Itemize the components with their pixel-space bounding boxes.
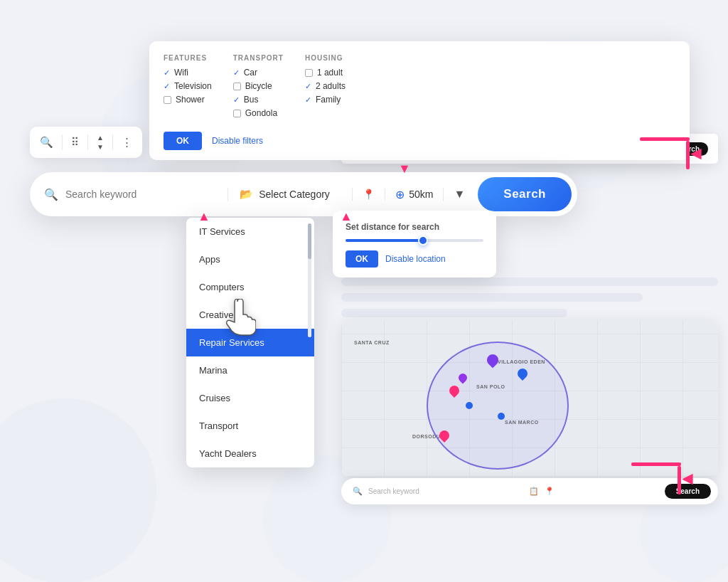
widget-arrows: ▲ ▼ bbox=[97, 134, 104, 151]
filter-section[interactable]: ▼ bbox=[444, 188, 475, 201]
widget-more-icon[interactable]: ⋮ bbox=[122, 136, 132, 149]
features-title: FEATURES bbox=[164, 54, 212, 62]
strip-1 bbox=[341, 277, 718, 286]
widget-down-icon[interactable]: ▼ bbox=[97, 143, 104, 151]
transport-bus: ✓ Bus bbox=[233, 95, 284, 105]
arrow-top-right: ◄ bbox=[640, 137, 705, 169]
check-car: ✓ bbox=[233, 68, 240, 78]
filter-disable-button[interactable]: Disable filters bbox=[212, 136, 263, 146]
filter-popup-panel: FEATURES ✓ Wifi ✓ Television Shower TRAN… bbox=[149, 41, 690, 160]
bottom-location-icon: 📍 bbox=[545, 487, 555, 496]
down-arrow-filter: ▼ bbox=[398, 162, 411, 175]
widget-divider-1 bbox=[62, 134, 63, 150]
widget-divider-3 bbox=[112, 134, 113, 150]
main-search-icon: 🔍 bbox=[44, 188, 58, 201]
tv-label: Television bbox=[174, 81, 212, 91]
map-label-santacruz: Santa Cruz bbox=[354, 340, 390, 345]
arrow-right-icon-bottom: ◄ bbox=[678, 467, 697, 490]
filter-col-housing: HOUSING 1 adult ✓ 2 adults ✓ Family bbox=[305, 54, 346, 122]
check-1adult[interactable] bbox=[305, 69, 313, 77]
map-pin-small-2 bbox=[498, 413, 505, 420]
compass-icon: ⊕ bbox=[395, 188, 405, 201]
check-2adults: ✓ bbox=[305, 82, 311, 91]
small-widget: 🔍 ⠿ ▲ ▼ ⋮ bbox=[30, 127, 142, 158]
transport-bicycle: Bicycle bbox=[233, 81, 284, 91]
dropdown-scrollbar-thumb[interactable] bbox=[308, 223, 311, 259]
housing-family: ✓ Family bbox=[305, 95, 346, 105]
2adults-label: 2 adults bbox=[316, 81, 346, 91]
transport-title: TRANSPORT bbox=[233, 54, 284, 62]
family-label: Family bbox=[316, 95, 341, 105]
distance-section[interactable]: ⊕ 50km bbox=[385, 188, 444, 201]
filter-actions: OK Disable filters bbox=[164, 132, 675, 150]
up-arrow-category: ▲ bbox=[198, 210, 210, 223]
bottom-filter-icon: 📋 bbox=[529, 487, 539, 496]
distance-ok-button[interactable]: OK bbox=[346, 250, 378, 268]
category-label: Select Category bbox=[259, 189, 330, 200]
location-section[interactable]: 📍 bbox=[353, 189, 385, 200]
category-folder-icon: 📂 bbox=[240, 188, 253, 201]
distance-popup-actions: OK Disable location bbox=[346, 250, 483, 268]
1adult-label: 1 adult bbox=[317, 68, 343, 78]
feature-shower: Shower bbox=[164, 95, 212, 105]
shower-label: Shower bbox=[176, 95, 205, 105]
check-family: ✓ bbox=[305, 95, 311, 105]
widget-grid-icon[interactable]: ⠿ bbox=[71, 136, 79, 149]
up-arrow-icon-distance: ▲ bbox=[340, 210, 353, 223]
distance-slider-thumb[interactable] bbox=[418, 236, 428, 245]
transport-gondola: Gondola bbox=[233, 108, 284, 118]
search-keyword-input[interactable] bbox=[65, 189, 218, 200]
bottom-search-icons: 📋 📍 bbox=[529, 487, 555, 496]
widget-search-icon[interactable]: 🔍 bbox=[40, 136, 53, 149]
transport-car: ✓ Car bbox=[233, 68, 284, 78]
filter-col-features: FEATURES ✓ Wifi ✓ Television Shower bbox=[164, 54, 212, 122]
check-gondola[interactable] bbox=[233, 110, 241, 117]
dropdown-container bbox=[186, 218, 314, 467]
main-search-button[interactable]: Search bbox=[478, 177, 572, 211]
bottom-search-left: 🔍 Search keyword bbox=[353, 487, 419, 496]
main-search-bar: 🔍 📂 Select Category 📍 ⊕ 50km ▼ Search bbox=[30, 172, 577, 216]
gondola-label: Gondola bbox=[245, 108, 277, 118]
scene: FEATURES ✓ Wifi ✓ Television Shower TRAN… bbox=[0, 0, 728, 582]
wifi-label: Wifi bbox=[174, 68, 188, 78]
bus-label: Bus bbox=[244, 95, 259, 105]
bottom-search-icon: 🔍 bbox=[353, 487, 363, 496]
check-wifi: ✓ bbox=[164, 68, 170, 78]
widget-up-icon[interactable]: ▲ bbox=[97, 134, 104, 142]
check-bus: ✓ bbox=[233, 95, 240, 105]
filter-icon: ▼ bbox=[454, 188, 465, 201]
distance-popup: Set distance for search OK Disable locat… bbox=[333, 211, 496, 277]
strip-3 bbox=[341, 309, 567, 317]
distance-popup-title: Set distance for search bbox=[346, 222, 483, 232]
check-bicycle[interactable] bbox=[233, 83, 241, 90]
check-shower[interactable] bbox=[164, 96, 171, 104]
filter-columns: FEATURES ✓ Wifi ✓ Television Shower TRAN… bbox=[164, 54, 675, 122]
up-arrow-distance: ▲ bbox=[340, 210, 353, 223]
filter-col-transport: TRANSPORT ✓ Car Bicycle ✓ Bus Gondola bbox=[233, 54, 284, 122]
bicycle-label: Bicycle bbox=[245, 81, 272, 91]
category-section[interactable]: 📂 Select Category bbox=[228, 188, 353, 201]
down-arrow-icon-filter: ▼ bbox=[398, 162, 411, 175]
map-area: Santa Cruz VILLAGGIO EDEN SAN POLO SAN M… bbox=[341, 320, 718, 477]
arrow-right-icon-top: ◄ bbox=[687, 142, 705, 164]
widget-divider-2 bbox=[87, 134, 88, 150]
disable-location-button[interactable]: Disable location bbox=[385, 254, 446, 264]
feature-tv: ✓ Television bbox=[164, 81, 212, 91]
dropdown-scrollbar bbox=[308, 223, 311, 337]
category-dropdown[interactable]: IT Services Apps Computers Creative Repa… bbox=[186, 218, 314, 467]
arrow-bottom-right: ◄ bbox=[631, 462, 697, 494]
distance-slider[interactable] bbox=[346, 239, 483, 242]
up-arrow-icon-category: ▲ bbox=[198, 210, 210, 223]
housing-1adult: 1 adult bbox=[305, 68, 346, 78]
map-pin-small-1 bbox=[466, 402, 473, 409]
location-icon: 📍 bbox=[363, 189, 375, 200]
search-keyword-section: 🔍 bbox=[44, 188, 228, 201]
filter-ok-button[interactable]: OK bbox=[164, 132, 202, 150]
check-tv: ✓ bbox=[164, 82, 170, 91]
bottom-keyword-placeholder: Search keyword bbox=[368, 487, 419, 495]
housing-title: HOUSING bbox=[305, 54, 346, 62]
car-label: Car bbox=[244, 68, 257, 78]
housing-2adults: ✓ 2 adults bbox=[305, 81, 346, 91]
bg-circle-1 bbox=[0, 398, 156, 582]
strip-2 bbox=[341, 293, 643, 302]
